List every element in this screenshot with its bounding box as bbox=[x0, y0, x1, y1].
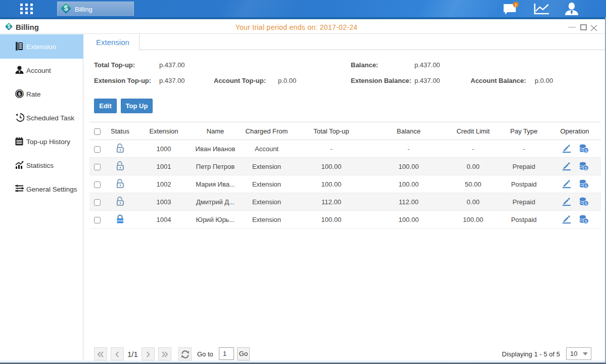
svg-text:$: $ bbox=[18, 91, 21, 97]
svg-text:S: S bbox=[584, 184, 587, 189]
svg-text:S: S bbox=[584, 219, 587, 224]
svg-text:S: S bbox=[584, 148, 587, 153]
svg-text:S: S bbox=[584, 166, 587, 171]
svg-text:S: S bbox=[584, 201, 587, 206]
svg-text:!: ! bbox=[515, 2, 517, 8]
